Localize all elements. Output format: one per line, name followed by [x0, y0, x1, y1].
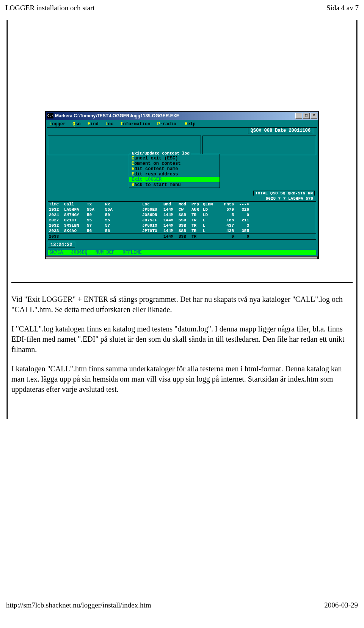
menu-information[interactable]: Information: [120, 121, 150, 127]
minimize-button[interactable]: _: [295, 113, 302, 119]
table-row: 1932LA5HFA55A55AJP50EU144MCWAURLD579326: [48, 207, 316, 212]
status-num: NUM:DEF: [96, 250, 115, 255]
dialog-back-start[interactable]: Back to start menu: [129, 182, 220, 188]
window-titlebar[interactable]: C:\ Markera C:\Tommy\TEST\LOGGER\logg113…: [46, 112, 318, 120]
status-loc: JO86DQ: [71, 250, 87, 255]
separator: [11, 282, 353, 283]
dialog-edit-address[interactable]: Edit resp address: [129, 172, 220, 177]
stats-header: TOTAL QSO SQ QRB-STN KM: [253, 191, 315, 196]
menu-pradio[interactable]: P-radio: [157, 121, 176, 127]
app-icon: C:\: [47, 113, 53, 118]
menu-find[interactable]: Find: [88, 121, 99, 127]
menu-loc[interactable]: Loc: [105, 121, 114, 127]
footer-url: http://sm7lcb.shacknet.nu/logger/install…: [6, 601, 151, 609]
dos-body: Logger Qso Find Loc Information P-radio …: [46, 120, 318, 256]
qso-info: QSO# 008 Date 20011106: [248, 128, 313, 134]
table-input-row[interactable]: 2033 144M SSB TR 0 0: [48, 234, 316, 240]
table-row: 2033SK4AO5656JP70TO144MSSBTRL438355: [48, 228, 316, 234]
window-title: Markera C:\Tommy\TEST\LOGGER\logg113\LOG…: [55, 113, 295, 118]
footer-date: 2006-03-29: [324, 601, 358, 609]
window-shadow: [46, 256, 318, 259]
clock: 13:24:22: [48, 242, 75, 248]
table-row: 2033 144M SSB TR 0 0: [48, 234, 316, 239]
stats-values-row: 6028 7 7 LA5HFA 579: [47, 196, 317, 201]
header-right: Sida 4 av 7: [326, 4, 359, 12]
menu-bar[interactable]: Logger Qso Find Loc Information P-radio …: [47, 121, 317, 127]
menu-logger[interactable]: Logger: [49, 121, 66, 127]
dialog-title: Exit/update contest log: [129, 151, 220, 156]
page-footer: http://sm7lcb.shacknet.nu/logger/install…: [5, 601, 359, 609]
dialog-edit-name[interactable]: Edit contest name: [129, 166, 220, 172]
status-call: SK7CA: [49, 250, 63, 255]
table-row: 2024SM7HGY5959JO86DR144MSSBTRLD50: [48, 212, 316, 218]
status-conn: OFFLINE: [122, 250, 141, 255]
right-panel: [202, 136, 316, 155]
table-header: Time Call Tx Rx Loc Bnd Mod Prp QLDM Pnt…: [48, 202, 316, 207]
page-header: LOGGER installation och start Sida 4 av …: [5, 4, 359, 12]
stats-values: 6028 7 7 LA5HFA 579: [264, 196, 315, 201]
dialog-exit-logger[interactable]: Exit LOGGER: [129, 177, 220, 182]
maximize-button[interactable]: □: [303, 113, 310, 119]
qso-table: Time Call Tx Rx Loc Bnd Mod Prp QLDM Pnt…: [48, 201, 316, 234]
paragraph-2: I "CALL".log katalogen finns en katalog …: [11, 324, 353, 355]
menu-qso[interactable]: Qso: [72, 121, 81, 127]
qso-info-bar: QSO# 008 Date 20011106: [47, 127, 317, 135]
table-row: 2027OZ1CT5555JO75JF144MSSBTRL188211: [48, 218, 316, 223]
close-button[interactable]: ×: [311, 113, 317, 119]
paragraph-1: Vid "Exit LOGGER" + ENTER så stängs prog…: [11, 294, 353, 315]
exit-dialog: Exit/update contest log Cancel exit (ESC…: [129, 154, 220, 188]
header-left: LOGGER installation och start: [5, 4, 95, 12]
content-frame: C:\ Markera C:\Tommy\TEST\LOGGER\logg113…: [6, 20, 358, 419]
stats-bar: TOTAL QSO SQ QRB-STN KM: [47, 190, 317, 196]
dialog-comment[interactable]: Comment on contest: [129, 161, 220, 166]
dialog-cancel[interactable]: Cancel exit (ESC): [129, 156, 220, 161]
status-bar: SK7CA JO86DQ NUM:DEF OFFLINE: [48, 250, 316, 255]
menu-help[interactable]: Help: [185, 121, 196, 127]
clock-box: 13:24:22: [47, 240, 317, 249]
table-row: 2032SM3LBN5757JP80IO144MSSBTRL4373: [48, 223, 316, 228]
paragraph-3: I katalogen "CALL".htm finns samma under…: [11, 364, 353, 394]
dos-window: C:\ Markera C:\Tommy\TEST\LOGGER\logg113…: [45, 111, 319, 259]
